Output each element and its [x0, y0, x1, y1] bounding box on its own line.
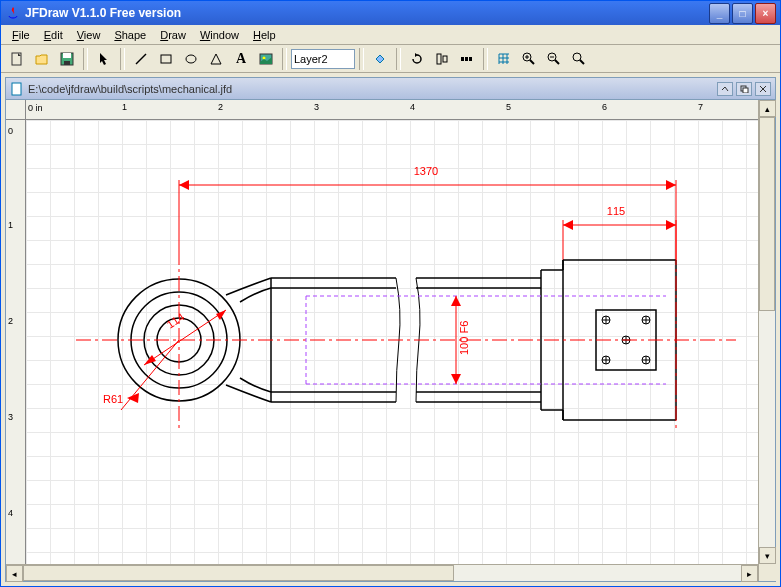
toolbar: A: [1, 45, 780, 73]
scroll-up-button[interactable]: ▴: [759, 100, 776, 117]
document-window: E:\code\jfdraw\build\scripts\mechanical.…: [5, 77, 776, 582]
window-title: JFDraw V1.1.0 Free version: [25, 6, 709, 20]
grid-tool[interactable]: [492, 47, 516, 71]
svg-rect-13: [469, 57, 472, 61]
svg-rect-9: [437, 54, 441, 64]
layer-select[interactable]: [291, 49, 355, 69]
svg-line-15: [530, 60, 534, 64]
svg-rect-23: [12, 83, 21, 95]
svg-rect-3: [64, 61, 70, 65]
svg-rect-11: [461, 57, 464, 61]
zoom-in-tool[interactable]: [517, 47, 541, 71]
ruler-unit-label: 0 in: [28, 103, 43, 113]
horizontal-scrollbar[interactable]: ◂ ▸: [6, 564, 758, 581]
svg-rect-10: [443, 56, 447, 62]
new-button[interactable]: [5, 47, 29, 71]
svg-point-21: [573, 53, 581, 61]
vertical-scrollbar[interactable]: ▴ ▾: [758, 100, 775, 581]
document-titlebar: E:\code\jfdraw\build\scripts\mechanical.…: [6, 78, 775, 100]
close-button[interactable]: ×: [755, 3, 776, 24]
svg-point-6: [186, 55, 196, 63]
text-tool[interactable]: A: [229, 47, 253, 71]
menu-edit[interactable]: Edit: [37, 27, 70, 43]
rotate-tool[interactable]: [405, 47, 429, 71]
vertical-ruler[interactable]: 01234: [6, 120, 26, 564]
menu-window[interactable]: Window: [193, 27, 246, 43]
scroll-right-button[interactable]: ▸: [741, 565, 758, 582]
doc-minimize-button[interactable]: [717, 82, 733, 96]
fill-tool[interactable]: [368, 47, 392, 71]
document-icon: [10, 82, 24, 96]
svg-rect-2: [63, 53, 71, 58]
save-button[interactable]: [55, 47, 79, 71]
menu-help[interactable]: Help: [246, 27, 283, 43]
menu-draw[interactable]: Draw: [153, 27, 193, 43]
menu-shape[interactable]: Shape: [107, 27, 153, 43]
svg-rect-5: [161, 55, 171, 63]
svg-line-4: [136, 54, 146, 64]
canvas-area: 0 in 1234567 01234: [6, 100, 758, 564]
svg-text:114: 114: [164, 310, 186, 330]
image-tool[interactable]: [254, 47, 278, 71]
svg-rect-25: [743, 88, 748, 93]
maximize-button[interactable]: □: [732, 3, 753, 24]
ellipse-tool[interactable]: [179, 47, 203, 71]
document-path: E:\code\jfdraw\build\scripts\mechanical.…: [28, 83, 717, 95]
line-tool[interactable]: [129, 47, 153, 71]
svg-line-22: [580, 60, 584, 64]
open-button[interactable]: [30, 47, 54, 71]
svg-text:100 F6: 100 F6: [458, 321, 470, 355]
zoom-out-tool[interactable]: [542, 47, 566, 71]
zoom-fit-tool[interactable]: [567, 47, 591, 71]
horizontal-ruler[interactable]: 0 in 1234567: [26, 100, 758, 120]
svg-line-19: [555, 60, 559, 64]
menu-file[interactable]: File: [5, 27, 37, 43]
menu-view[interactable]: View: [70, 27, 108, 43]
ruler-corner: [6, 100, 26, 120]
dimension-1370: 1370: [179, 165, 676, 250]
mechanical-drawing: 1370 115: [26, 120, 758, 564]
rect-tool[interactable]: [154, 47, 178, 71]
scroll-left-button[interactable]: ◂: [6, 565, 23, 582]
pointer-tool[interactable]: [92, 47, 116, 71]
align-tool[interactable]: [430, 47, 454, 71]
svg-text:115: 115: [607, 205, 625, 217]
drawing-canvas[interactable]: 1370 115: [26, 120, 758, 564]
minimize-button[interactable]: _: [709, 3, 730, 24]
menubar: File Edit View Shape Draw Window Help: [1, 25, 780, 45]
doc-restore-button[interactable]: [736, 82, 752, 96]
svg-text:R61: R61: [103, 393, 123, 405]
scroll-down-button[interactable]: ▾: [759, 547, 776, 564]
polygon-tool[interactable]: [204, 47, 228, 71]
titlebar: JFDraw V1.1.0 Free version _ □ ×: [1, 1, 780, 25]
dimension-115: 115: [563, 205, 676, 260]
svg-text:1370: 1370: [414, 165, 438, 177]
svg-rect-12: [465, 57, 468, 61]
doc-close-button[interactable]: [755, 82, 771, 96]
java-icon: [5, 5, 21, 21]
distribute-tool[interactable]: [455, 47, 479, 71]
